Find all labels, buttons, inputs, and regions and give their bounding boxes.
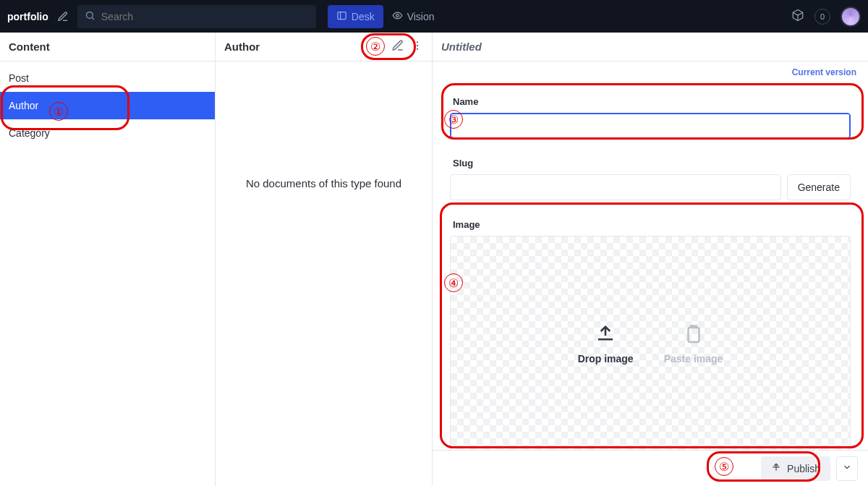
field-image: Image Drop image Paste image <box>450 219 851 450</box>
schema-label: Category <box>9 127 50 139</box>
schema-item-post[interactable]: Post <box>0 64 215 92</box>
column-documents: Author No documents of this type found <box>216 33 433 486</box>
field-slug: Slug Generate <box>450 158 851 200</box>
schema-item-category[interactable]: Category <box>0 119 215 147</box>
tab-label: Desk <box>352 11 375 22</box>
column-menu-icon[interactable] <box>412 39 423 54</box>
button-label: Publish <box>787 463 820 474</box>
column-title: Author <box>224 40 260 53</box>
new-document-icon[interactable] <box>391 39 404 54</box>
slug-label: Slug <box>453 158 851 169</box>
empty-text: No documents of this type found <box>246 177 401 189</box>
publish-button[interactable]: Publish <box>761 456 830 481</box>
chevron-down-icon <box>842 462 852 474</box>
svg-rect-6 <box>688 328 699 342</box>
tab-desk[interactable]: Desk <box>328 5 383 28</box>
field-name: Name <box>450 96 851 139</box>
image-dropzone[interactable]: Drop image Paste image <box>450 236 851 450</box>
editor-form: Name Slug Generate Image Drop image <box>433 96 868 450</box>
schema-list: Post Author Category <box>0 61 215 147</box>
column-content: Content Post Author Category <box>0 33 216 486</box>
tab-vision[interactable]: Vision <box>383 5 443 28</box>
column-editor: Untitled Current version Name Slug Gener… <box>433 33 868 486</box>
svg-point-0 <box>86 12 93 18</box>
schema-item-author[interactable]: Author <box>0 92 215 119</box>
topbar-right: 0 <box>791 7 861 27</box>
image-label: Image <box>453 219 851 230</box>
workspace-name: portfolio <box>7 11 48 22</box>
publish-icon <box>771 462 781 474</box>
svg-point-2 <box>396 14 399 17</box>
tab-label: Vision <box>407 11 435 22</box>
desk-icon <box>336 10 347 23</box>
paste-image-option[interactable]: Paste image <box>664 324 723 364</box>
documents-empty-state: No documents of this type found <box>216 61 432 486</box>
generate-slug-button[interactable]: Generate <box>787 174 851 200</box>
name-label: Name <box>453 96 851 107</box>
svg-point-5 <box>417 48 418 49</box>
name-input[interactable] <box>450 113 851 139</box>
search-box[interactable] <box>77 5 316 28</box>
paste-label: Paste image <box>664 353 723 364</box>
svg-point-3 <box>417 41 418 43</box>
button-label: Generate <box>798 182 840 193</box>
slug-input[interactable] <box>450 174 781 200</box>
svg-rect-1 <box>338 12 346 19</box>
notification-count[interactable]: 0 <box>814 9 830 25</box>
drop-image-option[interactable]: Drop image <box>578 324 634 364</box>
drop-label: Drop image <box>578 353 634 364</box>
schema-label: Post <box>9 72 29 84</box>
column-title: Content <box>9 40 50 53</box>
package-icon[interactable] <box>791 9 804 25</box>
current-version-link[interactable]: Current version <box>792 67 856 77</box>
schema-label: Author <box>9 100 38 111</box>
topbar: portfolio Desk Vision 0 <box>0 0 868 33</box>
avatar[interactable] <box>841 7 861 27</box>
vision-icon <box>392 10 403 23</box>
editor-footer: Publish <box>433 450 868 486</box>
search-icon <box>85 10 95 23</box>
svg-point-4 <box>417 45 418 46</box>
document-title: Untitled <box>441 40 482 53</box>
search-input[interactable] <box>101 11 309 22</box>
edit-workspace-icon[interactable] <box>57 11 69 22</box>
publish-more-button[interactable] <box>836 456 858 481</box>
view-tabs: Desk Vision <box>328 5 443 28</box>
